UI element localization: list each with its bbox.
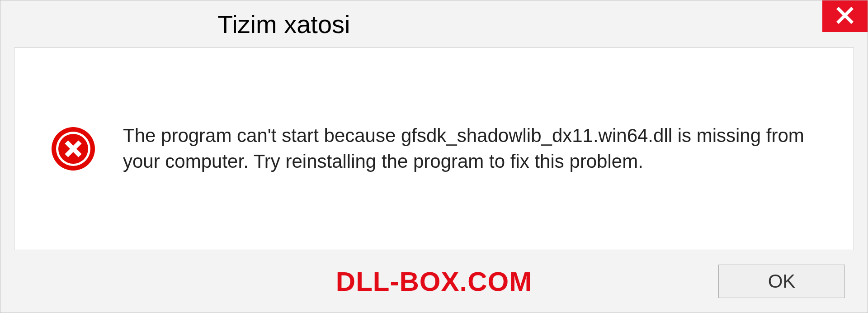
dialog-content: The program can't start because gfsdk_sh…: [14, 47, 854, 250]
dialog-title: Tizim xatosi: [217, 9, 350, 39]
ok-button[interactable]: OK: [718, 265, 845, 298]
watermark-text: DLL-BOX.COM: [336, 266, 532, 297]
error-message: The program can't start because gfsdk_sh…: [123, 123, 817, 174]
close-icon: [835, 6, 854, 27]
dialog-footer: DLL-BOX.COM OK: [0, 258, 868, 313]
error-dialog: Tizim xatosi The program can't start bec…: [0, 0, 868, 313]
error-circle-x-icon: [51, 126, 96, 171]
titlebar: Tizim xatosi: [0, 0, 868, 47]
close-button[interactable]: [822, 0, 868, 32]
